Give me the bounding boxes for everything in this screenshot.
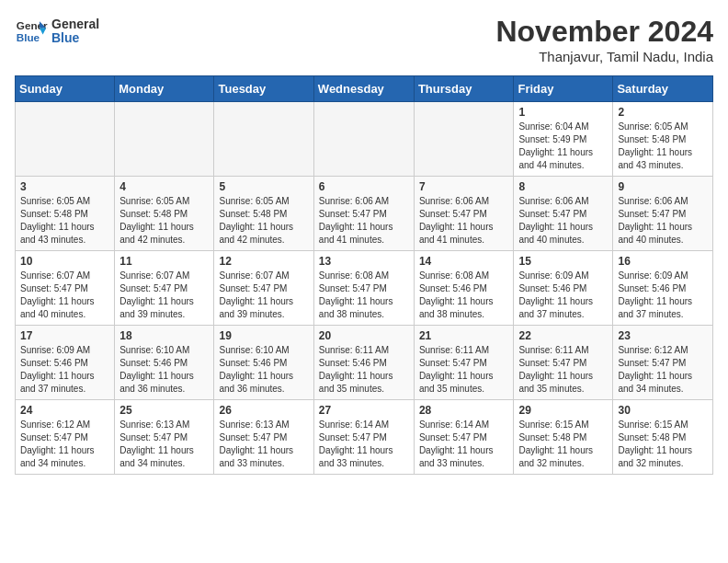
calendar-week-row: 1Sunrise: 6:04 AMSunset: 5:49 PMDaylight…: [16, 102, 713, 177]
weekday-header-row: SundayMondayTuesdayWednesdayThursdayFrid…: [16, 76, 713, 102]
calendar-cell: 15Sunrise: 6:09 AMSunset: 5:46 PMDayligh…: [514, 251, 613, 326]
day-number: 18: [119, 329, 209, 342]
day-number: 12: [219, 255, 308, 268]
day-number: 19: [219, 329, 308, 342]
calendar-cell: 7Sunrise: 6:06 AMSunset: 5:47 PMDaylight…: [414, 177, 514, 251]
calendar-cell: 8Sunrise: 6:06 AMSunset: 5:47 PMDaylight…: [514, 177, 613, 251]
calendar-cell: 23Sunrise: 6:12 AMSunset: 5:47 PMDayligh…: [613, 326, 713, 400]
calendar-cell: 19Sunrise: 6:10 AMSunset: 5:46 PMDayligh…: [214, 326, 313, 400]
day-info: Sunrise: 6:09 AMSunset: 5:46 PMDaylight:…: [20, 344, 109, 396]
day-info: Sunrise: 6:07 AMSunset: 5:47 PMDaylight:…: [219, 270, 308, 321]
weekday-header-monday: Monday: [115, 76, 214, 102]
day-number: 27: [319, 404, 409, 417]
day-number: 13: [319, 255, 409, 268]
logo: General Blue General Blue: [15, 15, 99, 48]
day-number: 10: [20, 255, 109, 268]
weekday-header-friday: Friday: [514, 76, 613, 102]
day-info: Sunrise: 6:15 AMSunset: 5:48 PMDaylight:…: [618, 419, 708, 470]
calendar-cell: 2Sunrise: 6:05 AMSunset: 5:48 PMDaylight…: [613, 102, 713, 177]
title-block: November 2024 Thanjavur, Tamil Nadu, Ind…: [495, 15, 713, 64]
day-number: 23: [618, 329, 708, 342]
day-number: 22: [518, 329, 608, 342]
location-subtitle: Thanjavur, Tamil Nadu, India: [495, 49, 713, 64]
calendar-cell: 30Sunrise: 6:15 AMSunset: 5:48 PMDayligh…: [613, 400, 713, 475]
calendar-week-row: 10Sunrise: 6:07 AMSunset: 5:47 PMDayligh…: [16, 251, 713, 326]
calendar-cell: 17Sunrise: 6:09 AMSunset: 5:46 PMDayligh…: [16, 326, 115, 400]
day-number: 29: [518, 404, 608, 417]
calendar-cell: 1Sunrise: 6:04 AMSunset: 5:49 PMDaylight…: [514, 102, 613, 177]
day-info: Sunrise: 6:09 AMSunset: 5:46 PMDaylight:…: [618, 270, 708, 321]
calendar-cell: 10Sunrise: 6:07 AMSunset: 5:47 PMDayligh…: [16, 251, 115, 326]
calendar-cell: 13Sunrise: 6:08 AMSunset: 5:47 PMDayligh…: [313, 251, 414, 326]
calendar-cell: 25Sunrise: 6:13 AMSunset: 5:47 PMDayligh…: [115, 400, 214, 475]
day-number: 9: [618, 180, 708, 193]
calendar-cell: [414, 102, 514, 177]
day-info: Sunrise: 6:06 AMSunset: 5:47 PMDaylight:…: [319, 195, 409, 247]
day-info: Sunrise: 6:11 AMSunset: 5:47 PMDaylight:…: [419, 344, 509, 396]
day-info: Sunrise: 6:09 AMSunset: 5:46 PMDaylight:…: [518, 270, 608, 321]
day-number: 14: [419, 255, 509, 268]
day-number: 26: [219, 404, 308, 417]
day-info: Sunrise: 6:07 AMSunset: 5:47 PMDaylight:…: [119, 270, 209, 321]
calendar-cell: 5Sunrise: 6:05 AMSunset: 5:48 PMDaylight…: [214, 177, 313, 251]
calendar-cell: 22Sunrise: 6:11 AMSunset: 5:47 PMDayligh…: [514, 326, 613, 400]
day-number: 25: [119, 404, 209, 417]
logo-icon: General Blue: [15, 15, 48, 48]
day-info: Sunrise: 6:13 AMSunset: 5:47 PMDaylight:…: [219, 419, 308, 470]
day-number: 4: [119, 180, 209, 193]
calendar-cell: [115, 102, 214, 177]
weekday-header-sunday: Sunday: [16, 76, 115, 102]
day-number: 24: [20, 404, 109, 417]
day-info: Sunrise: 6:12 AMSunset: 5:47 PMDaylight:…: [20, 419, 109, 470]
calendar-cell: 4Sunrise: 6:05 AMSunset: 5:48 PMDaylight…: [115, 177, 214, 251]
day-number: 11: [119, 255, 209, 268]
day-info: Sunrise: 6:05 AMSunset: 5:48 PMDaylight:…: [119, 195, 209, 247]
page-header: General Blue General Blue November 2024 …: [15, 15, 713, 64]
calendar-week-row: 17Sunrise: 6:09 AMSunset: 5:46 PMDayligh…: [16, 326, 713, 400]
day-number: 17: [20, 329, 109, 342]
calendar-table: SundayMondayTuesdayWednesdayThursdayFrid…: [15, 75, 713, 475]
calendar-cell: 24Sunrise: 6:12 AMSunset: 5:47 PMDayligh…: [16, 400, 115, 475]
day-info: Sunrise: 6:10 AMSunset: 5:46 PMDaylight:…: [119, 344, 209, 396]
calendar-cell: 9Sunrise: 6:06 AMSunset: 5:47 PMDaylight…: [613, 177, 713, 251]
day-number: 21: [419, 329, 509, 342]
day-number: 1: [518, 106, 608, 119]
logo-general-text: General: [51, 17, 99, 31]
calendar-cell: 3Sunrise: 6:05 AMSunset: 5:48 PMDaylight…: [16, 177, 115, 251]
calendar-cell: 6Sunrise: 6:06 AMSunset: 5:47 PMDaylight…: [313, 177, 414, 251]
day-info: Sunrise: 6:12 AMSunset: 5:47 PMDaylight:…: [618, 344, 708, 396]
calendar-cell: 12Sunrise: 6:07 AMSunset: 5:47 PMDayligh…: [214, 251, 313, 326]
calendar-cell: 26Sunrise: 6:13 AMSunset: 5:47 PMDayligh…: [214, 400, 313, 475]
weekday-header-tuesday: Tuesday: [214, 76, 313, 102]
day-info: Sunrise: 6:11 AMSunset: 5:47 PMDaylight:…: [518, 344, 608, 396]
day-info: Sunrise: 6:07 AMSunset: 5:47 PMDaylight:…: [20, 270, 109, 321]
day-info: Sunrise: 6:04 AMSunset: 5:49 PMDaylight:…: [518, 121, 608, 172]
day-number: 2: [618, 106, 708, 119]
day-number: 7: [419, 180, 509, 193]
calendar-cell: 28Sunrise: 6:14 AMSunset: 5:47 PMDayligh…: [414, 400, 514, 475]
day-info: Sunrise: 6:05 AMSunset: 5:48 PMDaylight:…: [20, 195, 109, 247]
logo-blue-text: Blue: [51, 31, 99, 45]
day-number: 15: [518, 255, 608, 268]
calendar-week-row: 3Sunrise: 6:05 AMSunset: 5:48 PMDaylight…: [16, 177, 713, 251]
day-info: Sunrise: 6:06 AMSunset: 5:47 PMDaylight:…: [419, 195, 509, 247]
day-info: Sunrise: 6:05 AMSunset: 5:48 PMDaylight:…: [219, 195, 308, 247]
day-number: 5: [219, 180, 308, 193]
day-info: Sunrise: 6:05 AMSunset: 5:48 PMDaylight:…: [618, 121, 708, 172]
day-info: Sunrise: 6:13 AMSunset: 5:47 PMDaylight:…: [119, 419, 209, 470]
weekday-header-wednesday: Wednesday: [313, 76, 414, 102]
day-number: 28: [419, 404, 509, 417]
day-info: Sunrise: 6:08 AMSunset: 5:46 PMDaylight:…: [419, 270, 509, 321]
calendar-cell: 16Sunrise: 6:09 AMSunset: 5:46 PMDayligh…: [613, 251, 713, 326]
day-number: 6: [319, 180, 409, 193]
calendar-cell: 14Sunrise: 6:08 AMSunset: 5:46 PMDayligh…: [414, 251, 514, 326]
day-number: 3: [20, 180, 109, 193]
calendar-cell: 21Sunrise: 6:11 AMSunset: 5:47 PMDayligh…: [414, 326, 514, 400]
day-info: Sunrise: 6:06 AMSunset: 5:47 PMDaylight:…: [518, 195, 608, 247]
day-number: 30: [618, 404, 708, 417]
day-info: Sunrise: 6:15 AMSunset: 5:48 PMDaylight:…: [518, 419, 608, 470]
month-year-title: November 2024: [495, 15, 713, 49]
calendar-cell: [16, 102, 115, 177]
day-info: Sunrise: 6:11 AMSunset: 5:46 PMDaylight:…: [319, 344, 409, 396]
calendar-cell: [313, 102, 414, 177]
